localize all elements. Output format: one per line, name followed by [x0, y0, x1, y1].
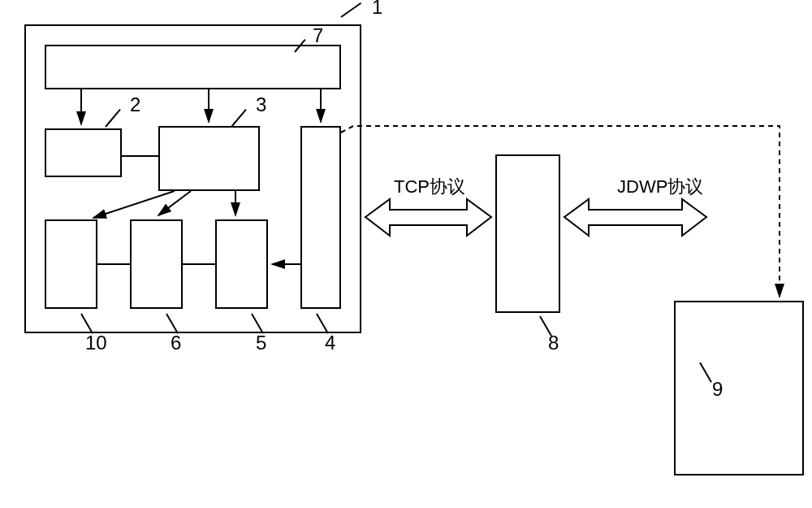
label-2: 2 [130, 93, 140, 116]
label-8: 8 [548, 332, 559, 354]
box-8 [495, 154, 560, 313]
tcp-label: TCP协议 [394, 175, 465, 199]
box-5 [215, 219, 268, 309]
label-7: 7 [313, 24, 323, 47]
label-1: 1 [372, 0, 382, 19]
label-4: 4 [325, 332, 335, 354]
label-10: 10 [85, 332, 107, 354]
box-4 [300, 126, 341, 309]
label-9: 9 [712, 378, 723, 401]
box-6 [130, 219, 183, 309]
box-2 [45, 128, 122, 177]
jdwp-label: JDWP协议 [617, 175, 703, 199]
box-3 [158, 126, 260, 191]
box-10 [45, 219, 97, 309]
box-9 [674, 301, 804, 475]
box-7 [45, 45, 341, 89]
leader-1 [340, 2, 361, 18]
label-5: 5 [256, 332, 266, 354]
label-3: 3 [256, 93, 266, 116]
label-6: 6 [171, 332, 181, 354]
